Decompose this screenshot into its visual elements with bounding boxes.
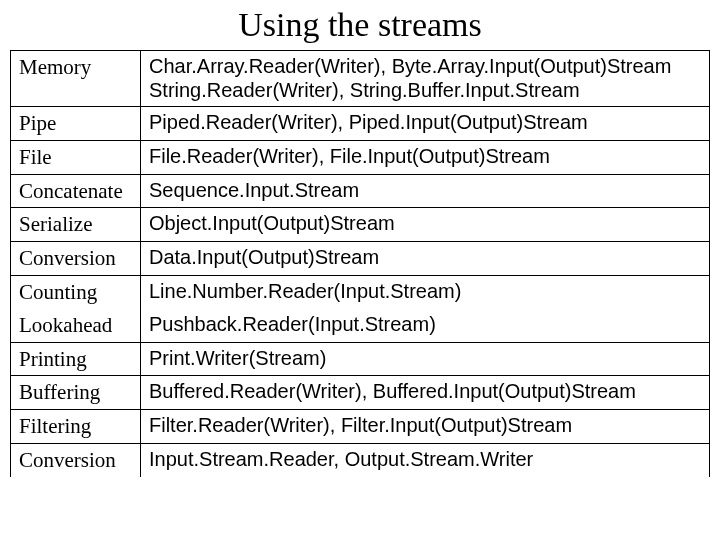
table-row: Conversion Input.Stream.Reader, Output.S… bbox=[11, 443, 710, 476]
value-cell: Object.Input(Output)Stream bbox=[141, 208, 710, 242]
slide-title: Using the streams bbox=[10, 6, 710, 44]
category-cell: Conversion bbox=[11, 242, 141, 276]
value-cell: Piped.Reader(Writer), Piped.Input(Output… bbox=[141, 107, 710, 141]
value-cell: Buffered.Reader(Writer), Buffered.Input(… bbox=[141, 376, 710, 410]
table-row: Serialize Object.Input(Output)Stream bbox=[11, 208, 710, 242]
category-cell: Pipe bbox=[11, 107, 141, 141]
value-cell: Data.Input(Output)Stream bbox=[141, 242, 710, 276]
value-cell: Filter.Reader(Writer), Filter.Input(Outp… bbox=[141, 410, 710, 444]
category-cell: Conversion bbox=[11, 443, 141, 476]
category-cell: File bbox=[11, 140, 141, 174]
table-row: Conversion Data.Input(Output)Stream bbox=[11, 242, 710, 276]
table-row: Printing Print.Writer(Stream) bbox=[11, 342, 710, 376]
category-cell: Filtering bbox=[11, 410, 141, 444]
table-row: Concatenate Sequence.Input.Stream bbox=[11, 174, 710, 208]
table-row: Lookahead Pushback.Reader(Input.Stream) bbox=[11, 309, 710, 342]
category-cell: Printing bbox=[11, 342, 141, 376]
category-cell: Memory bbox=[11, 51, 141, 107]
category-cell: Buffering bbox=[11, 376, 141, 410]
slide: Using the streams Memory Char.Array.Read… bbox=[0, 0, 720, 540]
category-cell: Serialize bbox=[11, 208, 141, 242]
streams-table: Memory Char.Array.Reader(Writer), Byte.A… bbox=[10, 50, 710, 477]
value-cell: Char.Array.Reader(Writer), Byte.Array.In… bbox=[141, 51, 710, 107]
value-cell: Pushback.Reader(Input.Stream) bbox=[141, 309, 710, 342]
value-cell: Print.Writer(Stream) bbox=[141, 342, 710, 376]
value-cell: Input.Stream.Reader, Output.Stream.Write… bbox=[141, 443, 710, 476]
value-cell: Sequence.Input.Stream bbox=[141, 174, 710, 208]
table-row: Counting Line.Number.Reader(Input.Stream… bbox=[11, 276, 710, 309]
table-row: Memory Char.Array.Reader(Writer), Byte.A… bbox=[11, 51, 710, 107]
table-row: Pipe Piped.Reader(Writer), Piped.Input(O… bbox=[11, 107, 710, 141]
table-row: Filtering Filter.Reader(Writer), Filter.… bbox=[11, 410, 710, 444]
table-row: File File.Reader(Writer), File.Input(Out… bbox=[11, 140, 710, 174]
table-row: Buffering Buffered.Reader(Writer), Buffe… bbox=[11, 376, 710, 410]
category-cell: Lookahead bbox=[11, 309, 141, 342]
value-cell: File.Reader(Writer), File.Input(Output)S… bbox=[141, 140, 710, 174]
value-cell: Line.Number.Reader(Input.Stream) bbox=[141, 276, 710, 309]
category-cell: Concatenate bbox=[11, 174, 141, 208]
category-cell: Counting bbox=[11, 276, 141, 309]
